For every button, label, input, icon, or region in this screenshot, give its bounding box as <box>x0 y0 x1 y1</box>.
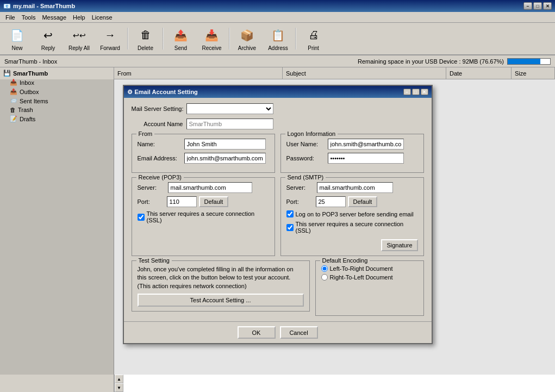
receive-ssl-checkbox[interactable] <box>138 214 145 221</box>
email-list-body: ⚙ Email Account Setting − □ ✕ <box>114 79 555 375</box>
dialog-icon: ⚙ <box>127 89 133 96</box>
menu-message[interactable]: Message <box>39 13 70 22</box>
send-server-label: Server: <box>286 184 314 191</box>
status-left: SmarThumb - Inbox <box>4 58 57 65</box>
password-input[interactable] <box>328 153 404 164</box>
reply-button[interactable]: ↩ Reply <box>33 24 63 53</box>
signature-button[interactable]: Signature <box>381 239 417 251</box>
cancel-button[interactable]: Cancel <box>280 326 318 339</box>
send-default-button[interactable]: Default <box>348 196 378 207</box>
dialog-title: Email Account Setting <box>135 89 198 95</box>
usb-progress-bar <box>507 58 551 65</box>
status-bar: SmarThumb - Inbox Remaining space in you… <box>0 55 555 67</box>
email-scrollbar: ▲ ▼ <box>114 375 123 392</box>
menu-tools[interactable]: Tools <box>18 13 39 22</box>
archive-button[interactable]: 📦 Archive <box>232 24 262 53</box>
receive-default-button[interactable]: Default <box>199 196 229 207</box>
rtl-label: Right-To-Left Document <box>330 274 393 281</box>
receive-server-label: Server: <box>138 184 165 191</box>
rtl-radio[interactable] <box>321 274 328 281</box>
menu-help[interactable]: Help <box>70 13 89 22</box>
account-name-input[interactable] <box>186 119 273 129</box>
dialog-title-controls: − □ ✕ <box>403 89 428 95</box>
menu-file[interactable]: File <box>2 13 18 22</box>
forward-button[interactable]: → Forward <box>95 24 125 53</box>
username-label: User Name: <box>286 141 325 147</box>
address-button[interactable]: 📋 Address <box>263 24 293 53</box>
col-from[interactable]: From <box>114 67 283 79</box>
send-ssl-checkbox[interactable] <box>286 224 294 231</box>
col-size[interactable]: Size <box>512 67 555 79</box>
name-row: Name: <box>138 139 269 150</box>
test-text: John, once you've completed filling in a… <box>138 265 304 290</box>
col-subject[interactable]: Subject <box>283 67 446 79</box>
receive-server-input[interactable] <box>168 182 252 193</box>
sidebar-root[interactable]: 💾 SmarThumb <box>1 69 113 78</box>
menu-license[interactable]: License <box>89 13 116 22</box>
dialog-close[interactable]: ✕ <box>421 89 428 95</box>
ltr-radio[interactable] <box>321 265 328 272</box>
password-label: Password: <box>286 155 325 161</box>
mailserver-select[interactable] <box>186 103 273 114</box>
mailserver-row: Mail Server Setting: <box>132 103 424 114</box>
encoding-section: Default Encoding Left-To-Right Document … <box>315 260 424 316</box>
send-section: Send (SMTP) Server: Port: Default <box>280 177 424 256</box>
delete-icon: 🗑 <box>137 27 154 44</box>
receive-port-label: Port: <box>138 198 165 205</box>
test-account-button[interactable]: Test Account Setting ... <box>138 294 304 307</box>
toolbar-separator-2 <box>163 28 164 49</box>
reply-all-button[interactable]: ↩↩ Reply All <box>64 24 94 53</box>
close-button[interactable]: ✕ <box>543 2 552 10</box>
print-button[interactable]: 🖨 Print <box>298 24 328 53</box>
reply-icon: ↩ <box>40 27 57 44</box>
send-server-input[interactable] <box>317 182 393 193</box>
test-section-title: Test Setting <box>136 257 172 264</box>
scroll-down-button[interactable]: ▼ <box>115 383 123 392</box>
receive-icon: 📥 <box>203 27 221 44</box>
new-button[interactable]: 📄 New <box>2 24 32 53</box>
title-bar-left: 📧 my.mail - SmarThumb <box>3 3 75 10</box>
username-input[interactable] <box>328 139 404 150</box>
app-icon: 📧 <box>3 3 11 10</box>
from-section-title: From <box>136 130 155 137</box>
print-icon: 🖨 <box>305 27 322 44</box>
ok-button[interactable]: OK <box>238 326 276 339</box>
email-row: Email Address: <box>138 153 269 164</box>
smarthumb-icon: 💾 <box>3 70 11 77</box>
maximize-button[interactable]: □ <box>533 2 542 10</box>
dialog-title-left: ⚙ Email Account Setting <box>127 89 198 96</box>
title-bar: 📧 my.mail - SmarThumb − □ ✕ <box>0 0 555 12</box>
from-logon-row: From Name: Email Address: <box>132 134 424 177</box>
new-icon: 📄 <box>9 27 26 44</box>
receive-port-input[interactable] <box>167 196 197 207</box>
receive-send-row: Receive (POP3) Server: Port: Default <box>132 177 424 260</box>
dialog-footer: OK Cancel <box>124 321 432 343</box>
send-icon: 📤 <box>172 27 190 44</box>
send-port-row: Port: Default <box>286 196 418 207</box>
toolbar-separator-4 <box>295 28 296 49</box>
dialog-maximize[interactable]: □ <box>412 89 420 95</box>
status-right-text: Remaining space in your USB Device : 92M… <box>358 58 504 65</box>
send-server-row: Server: <box>286 182 418 193</box>
logon-section: Logon Information User Name: Password: <box>280 134 424 173</box>
send-port-input[interactable] <box>316 196 346 207</box>
receive-section-title: Receive (POP3) <box>136 174 184 181</box>
email-label: Email Address: <box>138 155 181 161</box>
send-logon-checkbox[interactable] <box>286 210 294 217</box>
receive-ssl-label: This server requires a secure connection… <box>147 210 269 223</box>
dialog-minimize[interactable]: − <box>403 89 411 95</box>
delete-button[interactable]: 🗑 Delete <box>130 24 160 53</box>
rtl-row: Right-To-Left Document <box>321 274 418 281</box>
email-input[interactable] <box>184 153 266 164</box>
main-content: 💾 SmarThumb 📥 Inbox 📤 Outbox 📨 Sent Item… <box>0 67 555 392</box>
name-input[interactable] <box>184 139 266 150</box>
send-button[interactable]: 📤 Send <box>166 24 196 53</box>
receive-section: Receive (POP3) Server: Port: Default <box>132 177 275 256</box>
col-date[interactable]: Date <box>446 67 512 79</box>
minimize-button[interactable]: − <box>523 2 532 10</box>
scroll-up-button[interactable]: ▲ <box>115 375 123 383</box>
receive-button[interactable]: 📥 Receive <box>197 24 227 53</box>
menu-bar: File Tools Message Help License <box>0 12 555 23</box>
from-section: From Name: Email Address: <box>132 134 275 173</box>
toolbar-separator <box>127 28 128 49</box>
